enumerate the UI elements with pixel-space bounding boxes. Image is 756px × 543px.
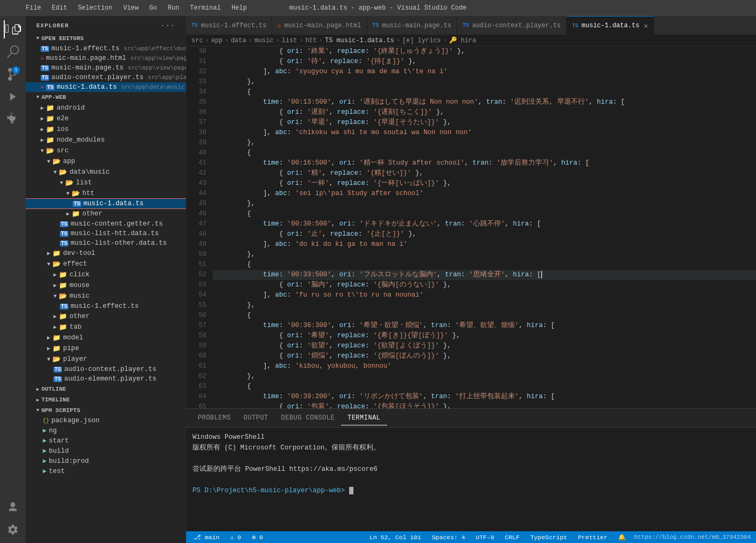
file-music-1-effect[interactable]: TS music-1.effect.ts — [26, 301, 186, 311]
chevron-right-icon: ▶ — [41, 137, 44, 143]
timeline-toggle[interactable]: ▶ Timeline — [26, 394, 186, 405]
tab-problems[interactable]: PROBLEMS — [191, 411, 237, 425]
folder-music-effect[interactable]: ▼ 📂 music — [26, 291, 186, 301]
breadcrumb: src › app › data › music › list › htt › … — [186, 35, 756, 46]
cursor-position[interactable]: Ln 52, Col 101 — [367, 534, 423, 541]
folder-src[interactable]: ▼ 📂 src — [26, 145, 186, 156]
menu-edit[interactable]: Edit — [48, 3, 72, 13]
activity-explorer[interactable]:  — [4, 20, 22, 38]
tab-html[interactable]: ◇ music-main.page.html — [272, 16, 367, 35]
chevron-right-icon: ▶ — [47, 335, 50, 341]
open-editor-html[interactable]: ◇ music-main.page.html src\app\view\page… — [26, 53, 186, 63]
warnings-count[interactable]: ⊗ 0 — [250, 533, 265, 541]
tab-close[interactable]: ✕ — [644, 21, 648, 30]
activity-source-control[interactable]: 1 — [4, 65, 22, 83]
menu-help[interactable]: Help — [227, 3, 251, 13]
folder-tab[interactable]: ▶ 📁 tab — [26, 322, 186, 332]
folder-icon: 📂 — [72, 189, 80, 198]
indentation[interactable]: Spaces: 4 — [430, 534, 467, 541]
open-editor-page-ts[interactable]: TS music-main.page.ts src\app\view\page\… — [26, 63, 186, 73]
folder-click[interactable]: ▶ 📁 click — [26, 269, 186, 280]
activitybar:  1 — [0, 16, 26, 543]
folder-android[interactable]: ▶ 📁 android — [26, 103, 186, 113]
code-lines: { ori: '終業', replace: '{終業[しゅうぎょう]}' }, … — [213, 46, 756, 408]
file-audio-context-player[interactable]: TS audio-context.player.ts — [26, 364, 186, 374]
menu-go[interactable]: Go — [145, 3, 161, 13]
tab-output[interactable]: OUTPUT — [237, 411, 275, 425]
tab-terminal[interactable]: TERMINAL — [341, 411, 387, 425]
file-music-content-getter[interactable]: TS music-content.getter.ts — [26, 219, 186, 229]
git-icon: ⎇ — [194, 534, 201, 541]
outline-toggle[interactable]: ▶ Outline — [26, 384, 186, 394]
activity-account[interactable] — [4, 498, 22, 516]
chevron-right-icon: ▶ — [66, 211, 70, 217]
folder-player[interactable]: ▼ 📂 player — [26, 354, 186, 364]
activity-settings[interactable] — [4, 521, 22, 539]
ts-icon: TS — [41, 46, 49, 52]
tab-audio[interactable]: TS audio-context.player.ts — [457, 16, 567, 35]
folder-other-htt[interactable]: ▶ 📁 other — [26, 208, 186, 219]
npm-script-build[interactable]: ▶ build — [26, 446, 186, 456]
chevron-right-icon: ▶ — [53, 313, 57, 320]
encoding[interactable]: UTF-8 — [474, 534, 497, 541]
npm-script-test[interactable]: ▶ test — [26, 466, 186, 476]
activity-extensions[interactable] — [4, 110, 22, 128]
errors-count[interactable]: ⚠ 0 — [228, 533, 244, 541]
file-music-1-data[interactable]: TS music-1.data.ts — [26, 199, 186, 208]
open-editor-effect[interactable]: TS music-1.effect.ts src\app\effect\musi… — [26, 44, 186, 53]
folder-list[interactable]: ▼ 📂 list — [26, 177, 186, 188]
git-branch[interactable]: ⎇ main — [191, 533, 222, 541]
terminal-content[interactable]: Windows PowerShell 版权所有 (C) Microsoft Co… — [186, 428, 756, 531]
prettier[interactable]: Prettier — [576, 534, 610, 541]
npm-arrow: ▼ — [36, 408, 39, 413]
terminal-line: 版权所有 (C) Microsoft Corporation。保留所有权利。 — [192, 443, 750, 453]
code-content[interactable]: 3031323334353637383940414243444546474849… — [186, 46, 756, 408]
close-icon[interactable]: ✕ — [41, 84, 44, 90]
app-web-toggle[interactable]: ▼ APP-WEB — [26, 92, 186, 103]
tab-page-ts[interactable]: TS music-main.page.ts — [367, 16, 458, 35]
terminal-line — [192, 453, 750, 464]
tab-data[interactable]: TS music-1.data.ts ✕ — [567, 16, 654, 35]
sidebar-menu-dots[interactable]: ··· — [160, 21, 175, 30]
npm-script-build-prod[interactable]: ▶ build:prod — [26, 456, 186, 466]
file-music-list-other[interactable]: TS music-list-other.data.ts — [26, 238, 186, 248]
line-ending[interactable]: CRLF — [503, 534, 522, 541]
folder-dev-tool[interactable]: ▶ 📁 dev-tool — [26, 248, 186, 259]
ts-icon: TS — [60, 221, 68, 227]
tab-debug-console[interactable]: DEBUG CONSOLE — [275, 411, 341, 425]
run-icon: ▶ — [43, 437, 47, 445]
file-audio-element-player[interactable]: TS audio-element.player.ts — [26, 374, 186, 384]
open-editor-data[interactable]: ✕ TS music-1.data.ts src\app\data\music\… — [26, 82, 186, 92]
menu-run[interactable]: Run — [164, 3, 184, 13]
folder-effect[interactable]: ▼ 📂 effect — [26, 259, 186, 269]
folder-htt[interactable]: ▼ 📂 htt — [26, 188, 186, 199]
activity-search[interactable] — [4, 43, 22, 61]
npm-package-json[interactable]: {} package.json — [26, 416, 186, 425]
npm-script-start[interactable]: ▶ start — [26, 436, 186, 446]
npm-script-ng[interactable]: ▶ ng — [26, 425, 186, 436]
folder-data-music[interactable]: ▼ 📂 data\music — [26, 167, 186, 177]
menu-terminal[interactable]: Terminal — [186, 3, 225, 13]
language-mode[interactable]: TypeScript — [528, 534, 569, 541]
folder-app[interactable]: ▼ 📂 app — [26, 156, 186, 167]
activity-run[interactable] — [4, 88, 22, 106]
folder-other-effect[interactable]: ▶ 📁 other — [26, 311, 186, 322]
open-editor-audio[interactable]: TS audio-context.player.ts src\app\playe… — [26, 73, 186, 82]
notifications[interactable]: 🔔 — [616, 533, 628, 541]
menu-bar[interactable]: File Edit Selection View Go Run Terminal… — [21, 3, 251, 13]
file-music-list-htt[interactable]: TS music-list-htt.data.ts — [26, 229, 186, 238]
folder-node-modules[interactable]: ▶ 📁 node_modules — [26, 135, 186, 145]
menu-view[interactable]: View — [119, 3, 143, 13]
open-editors-toggle[interactable]: ▼ Open Editors — [26, 33, 186, 44]
timeline-section: ▶ Timeline — [26, 394, 186, 405]
npm-scripts-toggle[interactable]: ▼ NPM Scripts — [26, 405, 186, 416]
tab-effect[interactable]: TS music-1.effect.ts — [186, 16, 272, 35]
folder-model[interactable]: ▶ 📁 model — [26, 332, 186, 343]
folder-e2e[interactable]: ▶ 📁 e2e — [26, 113, 186, 124]
folder-ios[interactable]: ▶ 📁 ios — [26, 124, 186, 135]
ts-icon: TS — [60, 241, 68, 246]
folder-mouse[interactable]: ▶ 📁 mouse — [26, 280, 186, 291]
menu-selection[interactable]: Selection — [74, 3, 117, 13]
menu-file[interactable]: File — [21, 3, 45, 13]
folder-pipe[interactable]: ▶ 📁 pipe — [26, 343, 186, 354]
